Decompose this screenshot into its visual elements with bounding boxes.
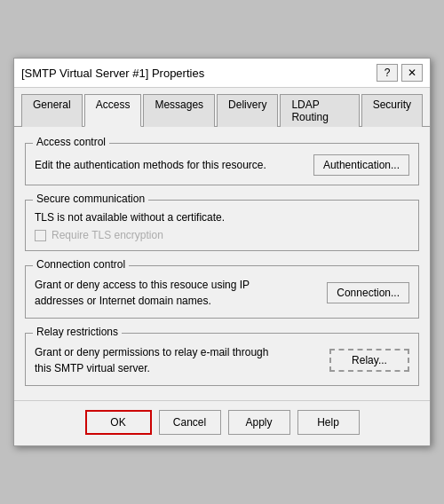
help-button[interactable]: ? <box>377 64 398 82</box>
connection-control-label: Connection control <box>33 258 129 271</box>
tab-general[interactable]: General <box>21 94 83 127</box>
connection-button[interactable]: Connection... <box>327 282 409 303</box>
tab-delivery[interactable]: Delivery <box>217 94 278 127</box>
title-bar-controls: ? ✕ <box>377 64 423 82</box>
secure-communication-group: Secure communication TLS is not availabl… <box>25 200 419 251</box>
cancel-button[interactable]: Cancel <box>159 410 221 435</box>
tls-encryption-label: Require TLS encryption <box>52 229 163 241</box>
close-button[interactable]: ✕ <box>401 64 423 82</box>
connection-control-group: Connection control Grant or deny access … <box>25 265 419 319</box>
access-control-content: Edit the authentication methods for this… <box>35 154 409 176</box>
relay-restrictions-group: Relay restrictions Grant or deny permiss… <box>25 333 419 386</box>
relay-restrictions-label: Relay restrictions <box>33 326 122 338</box>
apply-button[interactable]: Apply <box>228 410 290 435</box>
tabs-bar: General Access Messages Delivery LDAP Ro… <box>14 88 430 127</box>
relay-restrictions-description: Grant or deny permissions to relay e-mai… <box>35 344 283 376</box>
title-bar: [SMTP Virtual Server #1] Properties ? ✕ <box>14 59 430 88</box>
tab-messages[interactable]: Messages <box>143 94 215 127</box>
tab-content: Access control Edit the authentication m… <box>14 127 430 397</box>
relay-button[interactable]: Relay... <box>329 349 409 372</box>
connection-control-content: Grant or deny access to this resouce usi… <box>35 277 409 309</box>
dialog-window: [SMTP Virtual Server #1] Properties ? ✕ … <box>13 58 431 446</box>
tls-encryption-checkbox[interactable] <box>35 230 46 241</box>
dialog-footer: OK Cancel Apply Help <box>14 400 430 445</box>
window-title: [SMTP Virtual Server #1] Properties <box>21 67 204 80</box>
tls-encryption-row: Require TLS encryption <box>35 229 409 241</box>
help-footer-button[interactable]: Help <box>297 410 360 435</box>
relay-restrictions-content: Grant or deny permissions to relay e-mai… <box>35 344 409 376</box>
tls-status-text: TLS is not available without a certifica… <box>35 211 409 224</box>
tab-access[interactable]: Access <box>84 94 142 127</box>
authentication-button[interactable]: Authentication... <box>313 154 409 176</box>
connection-control-description: Grant or deny access to this resouce usi… <box>35 277 283 309</box>
tab-security[interactable]: Security <box>361 94 423 127</box>
access-control-group: Access control Edit the authentication m… <box>25 143 419 185</box>
secure-communication-label: Secure communication <box>33 193 148 205</box>
access-control-label: Access control <box>33 136 109 148</box>
tab-ldap-routing[interactable]: LDAP Routing <box>280 94 359 127</box>
access-control-description: Edit the authentication methods for this… <box>35 157 266 173</box>
ok-button[interactable]: OK <box>85 410 152 435</box>
